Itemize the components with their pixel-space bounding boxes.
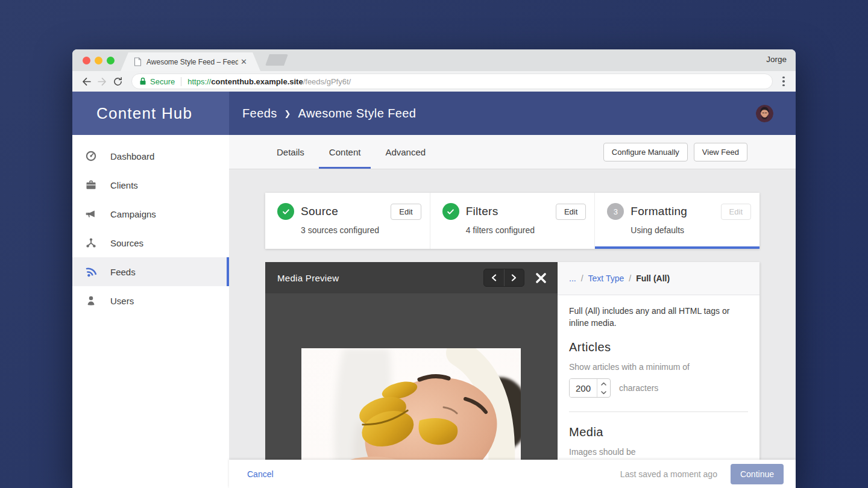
user-avatar[interactable] (756, 105, 773, 122)
app-header: Content Hub Feeds ❯ Awesome Style Feed (72, 92, 796, 135)
stepper-up-icon[interactable] (597, 379, 610, 388)
forward-button[interactable] (94, 74, 110, 89)
content-area: Source Edit 3 sources configured Filters (229, 169, 796, 488)
check-circle-icon (277, 203, 294, 220)
characters-unit-label: characters (619, 383, 658, 393)
edit-formatting-button[interactable]: Edit (721, 204, 751, 220)
step-subtitle: Using defaults (631, 225, 751, 235)
megaphone-icon (85, 208, 97, 220)
url-domain: contenthub.example.site (211, 77, 303, 86)
wizard-steps: Source Edit 3 sources configured Filters (265, 193, 760, 249)
view-feed-button[interactable]: View Feed (694, 143, 747, 161)
refresh-button[interactable] (110, 74, 125, 89)
sidebar-item-dashboard[interactable]: Dashboard (72, 142, 229, 170)
sidebar-item-label: Dashboard (110, 151, 154, 161)
window-minimize-button[interactable] (95, 57, 102, 64)
media-nav (483, 269, 524, 287)
configure-manually-button[interactable]: Configure Manually (603, 143, 688, 161)
sidebar-item-clients[interactable]: Clients (72, 170, 229, 199)
step-number-badge: 3 (607, 203, 624, 220)
tab-label: Content (329, 147, 361, 157)
breadcrumb-separator: / (581, 274, 583, 283)
address-bar[interactable]: Secure https://contenthub.example.site/f… (131, 74, 773, 89)
browser-menu-icon[interactable] (778, 75, 790, 89)
app-breadcrumb-bar: Feeds ❯ Awesome Style Feed (229, 92, 796, 135)
step-title: Source (301, 205, 338, 218)
app-logo[interactable]: Content Hub (72, 92, 229, 135)
chevron-right-icon: ❯ (285, 109, 291, 118)
tab-close-icon[interactable]: ✕ (241, 58, 247, 66)
url-protocol: https:// (187, 77, 211, 86)
media-heading: Media (569, 425, 748, 439)
last-saved-status: Last saved a moment ago (620, 469, 717, 479)
dashboard-icon (85, 150, 97, 162)
step-subtitle: 3 sources configured (301, 225, 421, 235)
step-source: Source Edit 3 sources configured (265, 193, 430, 249)
sidebar-item-feeds[interactable]: Feeds (72, 257, 229, 286)
back-button[interactable] (78, 74, 94, 89)
sidebar-item-label: Clients (110, 180, 138, 190)
sidebar-item-sources[interactable]: Sources (72, 228, 229, 257)
step-filters: Filters Edit 4 filters configured (430, 193, 596, 249)
rss-icon (85, 266, 97, 278)
number-stepper (597, 379, 610, 397)
previous-media-button[interactable] (484, 269, 505, 286)
tab-details[interactable]: Details (266, 135, 315, 169)
edit-filters-button[interactable]: Edit (556, 204, 586, 220)
url-path: /feeds/gPfy6t/ (303, 77, 351, 86)
breadcrumb-text-type[interactable]: Text Type (588, 274, 624, 283)
min-characters-input[interactable] (570, 379, 597, 397)
browser-window: Awesome Style Feed – Feeds - / ✕ Jorge S… (72, 49, 796, 488)
sidebar: Dashboard Clients Campaigns Sources Feed… (72, 135, 229, 488)
sidebar-item-users[interactable]: Users (72, 286, 229, 315)
tab-content[interactable]: Content (319, 135, 371, 169)
media-preview-image[interactable] (301, 348, 521, 460)
sidebar-item-label: Users (110, 296, 134, 306)
feed-tab-strip: Details Content Advanced Configure Manua… (229, 135, 796, 169)
page-icon (134, 57, 142, 66)
articles-heading: Articles (569, 340, 748, 354)
media-preview-title: Media Preview (277, 273, 339, 283)
images-hint: Images should be (569, 447, 748, 457)
breadcrumb-separator: / (629, 274, 631, 283)
tab-label: Advanced (385, 147, 426, 157)
desktop: Awesome Style Feed – Feeds - / ✕ Jorge S… (0, 0, 868, 488)
min-characters-field (569, 378, 611, 398)
sidebar-item-label: Feeds (110, 267, 136, 277)
window-close-button[interactable] (83, 57, 90, 64)
browser-tab[interactable]: Awesome Style Feed – Feeds - / ✕ (121, 52, 260, 71)
sidebar-item-campaigns[interactable]: Campaigns (72, 199, 229, 228)
briefcase-icon (85, 179, 97, 191)
detail-breadcrumb: ... / Text Type / Full (All) (558, 262, 760, 295)
cancel-link[interactable]: Cancel (247, 469, 274, 479)
secure-label: Secure (150, 77, 175, 86)
stepper-down-icon[interactable] (597, 388, 610, 397)
media-preview-header: Media Preview (265, 262, 558, 293)
browser-tab-bar: Awesome Style Feed – Feeds - / ✕ Jorge (72, 49, 796, 71)
window-zoom-button[interactable] (107, 57, 115, 64)
edit-source-button[interactable]: Edit (391, 204, 421, 220)
tab-advanced[interactable]: Advanced (375, 135, 436, 169)
breadcrumb-current-page: Awesome Style Feed (298, 107, 417, 120)
media-preview-stage (265, 293, 558, 460)
continue-button[interactable]: Continue (731, 464, 784, 484)
breadcrumb-feeds[interactable]: Feeds (242, 107, 277, 120)
step-formatting: 3 Formatting Edit Using defaults (595, 193, 760, 249)
breadcrumb-full-all: Full (All) (636, 274, 670, 283)
step-title: Formatting (631, 205, 687, 218)
breadcrumb-ellipsis[interactable]: ... (569, 274, 576, 283)
step-subtitle: 4 filters configured (466, 225, 587, 235)
formatting-detail-panel: ... / Text Type / Full (All) Full (All) … (558, 262, 760, 460)
network-icon (85, 237, 97, 249)
step-title: Filters (466, 205, 498, 218)
lock-icon (139, 77, 146, 86)
next-media-button[interactable] (505, 269, 524, 286)
text-type-description: Full (All) includes any and all HTML tag… (569, 305, 748, 329)
browser-profile-name[interactable]: Jorge (766, 55, 787, 64)
browser-toolbar: Secure https://contenthub.example.site/f… (72, 71, 796, 92)
articles-minimum-hint: Show articles with a minimum of (569, 362, 748, 372)
check-circle-icon (442, 203, 459, 220)
close-preview-icon[interactable] (535, 272, 547, 284)
sidebar-item-label: Sources (110, 238, 143, 248)
tab-stub[interactable] (265, 54, 288, 66)
